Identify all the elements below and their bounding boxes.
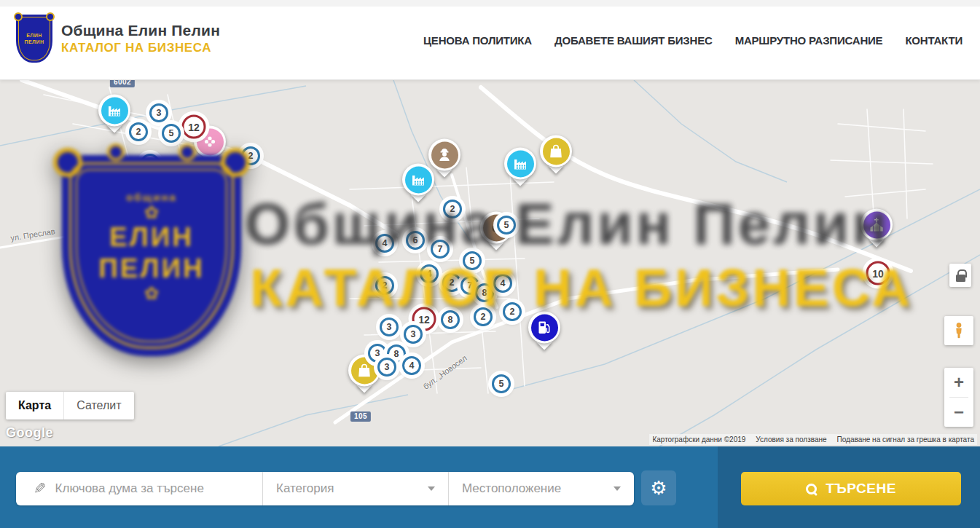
cluster-marker[interactable]: 4 [493, 274, 512, 293]
factory-pin[interactable] [98, 94, 130, 126]
cluster-marker[interactable]: 4 [402, 356, 421, 375]
worker-pin[interactable] [428, 138, 460, 170]
location-dropdown-label: Местоположение [462, 481, 561, 496]
church-pin[interactable] [861, 208, 893, 240]
shopping-bag-pin[interactable] [540, 135, 572, 167]
cluster-marker[interactable]: 8 [475, 283, 494, 302]
zoom-control: + − [944, 368, 973, 427]
lock-control[interactable] [949, 264, 971, 287]
logo-text-line1: ЕЛИН [26, 32, 42, 39]
nav-item-1[interactable]: ЦЕНОВА ПОЛИТИКА [423, 34, 532, 47]
search-button-label: ТЪРСЕНЕ [826, 481, 896, 497]
shopping-bag-icon [543, 138, 570, 165]
site-title: Община Елин Пелин [61, 22, 220, 39]
pegman-control[interactable] [944, 316, 973, 345]
factory-icon [101, 97, 128, 124]
cluster-marker[interactable]: 7 [431, 240, 450, 259]
brand[interactable]: ЕЛИН ПЕЛИН Община Елин Пелин КАТАЛОГ НА … [16, 15, 220, 63]
cluster-marker[interactable]: 12 [182, 115, 206, 139]
keyword-section: ✎ [16, 472, 262, 505]
pegman-icon [949, 321, 968, 340]
cluster-marker[interactable]: 2 [443, 200, 462, 218]
google-logo[interactable]: Google [6, 425, 53, 441]
pencil-icon: ✎ [34, 480, 47, 497]
fuel-pump-pin[interactable] [528, 311, 560, 343]
cluster-marker[interactable]: 2 [442, 273, 461, 292]
cluster-marker[interactable]: 6 [406, 231, 425, 250]
map-canvas[interactable]: 6002105ул. Преславбул. „Новосел 32125222… [0, 80, 980, 446]
nav-item-4[interactable]: КОНТАКТИ [905, 34, 963, 47]
cluster-marker[interactable]: 5 [497, 216, 516, 235]
marker-layer: 321252225467542278422128333834510 [0, 80, 980, 446]
cluster-marker[interactable]: 2 [474, 307, 493, 326]
cluster-marker[interactable]: 4 [420, 264, 439, 283]
cluster-marker[interactable]: 2 [503, 302, 522, 321]
lock-icon [956, 275, 965, 282]
cluster-marker[interactable]: 10 [866, 261, 890, 285]
cluster-marker[interactable]: 5 [492, 374, 511, 393]
search-panel: ✎ Категория Местоположение [16, 472, 634, 505]
keyword-search-input[interactable] [55, 481, 238, 496]
zoom-in-button[interactable]: + [944, 368, 973, 397]
logo-text-line2: ПЕЛИН [24, 39, 44, 45]
cluster-marker[interactable]: 2 [141, 154, 160, 173]
municipality-logo-icon: ЕЛИН ПЕЛИН [16, 15, 52, 63]
report-error-link[interactable]: Подаване на сигнал за грешка в картата [837, 436, 974, 444]
cluster-marker[interactable]: 2 [375, 276, 394, 295]
search-icon [806, 484, 817, 494]
map-type-control: Карта Сателит [6, 392, 134, 419]
gear-icon: ⚙ [650, 478, 667, 497]
factory-icon [507, 150, 534, 177]
chevron-down-icon [614, 486, 621, 491]
cluster-marker[interactable]: 2 [241, 146, 260, 165]
nav-item-2[interactable]: ДОБАВЕТЕ ВАШИЯТ БИЗНЕС [554, 34, 713, 47]
map-type-map-button[interactable]: Карта [6, 392, 63, 419]
cluster-marker[interactable]: 3 [149, 103, 168, 122]
category-dropdown[interactable]: Категория [263, 472, 448, 505]
fuel-pump-icon [531, 314, 558, 341]
location-dropdown[interactable]: Местоположение [449, 472, 634, 505]
search-bar: ✎ Категория Местоположение ⚙ ТЪРСЕНЕ [0, 446, 980, 528]
factory-pin[interactable] [504, 147, 536, 179]
cluster-marker[interactable]: 4 [375, 234, 394, 253]
category-dropdown-label: Категория [276, 481, 334, 496]
cluster-marker[interactable]: 3 [377, 358, 396, 377]
nav-item-3[interactable]: МАРШРУТНО РАЗПИСАНИЕ [735, 34, 883, 47]
cluster-marker[interactable]: 8 [441, 310, 460, 329]
settings-button[interactable]: ⚙ [641, 470, 676, 505]
worker-icon [431, 141, 458, 168]
attribution-copyright: Картографски данни ©2019 [652, 436, 745, 444]
zoom-out-button[interactable]: − [944, 398, 973, 427]
map-attribution: Картографски данни ©2019 Условия за полз… [649, 434, 977, 445]
church-icon [863, 211, 890, 238]
header: ЕЛИН ПЕЛИН Община Елин Пелин КАТАЛОГ НА … [0, 0, 980, 80]
cluster-marker[interactable]: 5 [162, 124, 181, 143]
cluster-marker[interactable]: 3 [380, 318, 399, 336]
chevron-down-icon [428, 486, 435, 491]
search-button[interactable]: ТЪРСЕНЕ [741, 472, 961, 505]
cluster-marker[interactable]: 2 [129, 122, 148, 141]
cluster-marker[interactable]: 5 [463, 251, 482, 270]
factory-icon [405, 166, 432, 193]
terms-link[interactable]: Условия за ползване [756, 436, 826, 444]
main-nav: ЦЕНОВА ПОЛИТИКАДОБАВЕТЕ ВАШИЯТ БИЗНЕСМАР… [423, 0, 963, 80]
site-subtitle: КАТАЛОГ НА БИЗНЕСА [61, 41, 220, 55]
map-type-satellite-button[interactable]: Сателит [63, 392, 133, 419]
cluster-marker[interactable]: 3 [404, 325, 423, 344]
